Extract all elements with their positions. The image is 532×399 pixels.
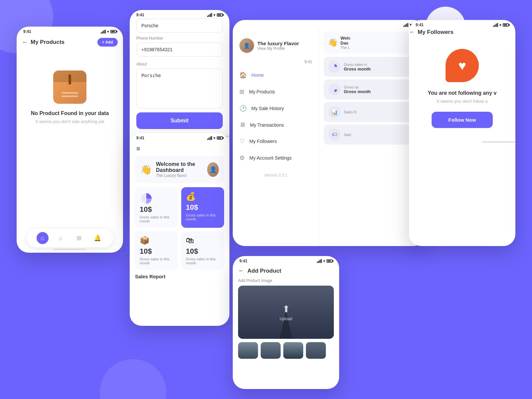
nav-bell[interactable]: 🔔 [91,232,103,244]
sidebar-welcome-card: 👋 WelcDas The L [324,32,421,54]
stat-label-1: Gross sales in this month [140,215,173,223]
followers-header: ← My Followers [409,29,515,36]
gross-label-2: Gross sa [344,85,371,89]
thumbnail-1[interactable] [238,342,258,359]
wifi-products: ▾ [107,30,109,34]
battery-dashboard [217,136,223,140]
thumbnail-row [233,339,339,362]
scroll-indicator-followers [482,141,515,143]
back-arrow-add-product[interactable]: ← [238,267,244,274]
status-icons-dashboard: ▾ [207,136,223,140]
transactions-icon: 🖥 [239,121,245,128]
sidebar-item-account-settings[interactable]: ⚙ My Account Settings [233,150,319,166]
welcome-title: Welcome to the Dashboard [156,161,207,173]
sidebar-version: Version 2.0.1 [233,166,319,184]
nav-home[interactable]: ⌂ [37,232,49,244]
followers-empty-state: ♥ You are not following any v It seems y… [409,36,515,141]
battery-add-product [327,259,332,263]
stats-grid: 10$ Gross sales in this month 💰 10$ Gros… [130,187,229,270]
sidebar-label-settings: My Account Settings [249,155,292,161]
heart-icon: ♥ [458,58,466,73]
stat-card-3: 📦 10$ Gross sales in this month [135,231,178,270]
thumbnail-2[interactable] [261,342,281,359]
sales-report-label: Sales R [344,110,357,114]
shopping-bag-icon: 🛍 [186,236,219,245]
home-icon: 🏠 [239,71,247,79]
sidebar-item-followers[interactable]: ♡ My Followers [233,133,319,150]
phone-dashboard: 9:41 ▾ ≡ 👋 Welcome to the Dashboard The … [130,133,229,326]
box-stripe [68,74,71,84]
stat-amount-2: 10$ [186,203,219,212]
sidebar-label-products: My Products [249,89,275,94]
add-product-button[interactable]: + Add [97,38,118,47]
settings-icon: ⚙ [239,154,245,162]
wifi-dashboard: ▾ [213,136,215,140]
sales-report-icon: 📊 [329,106,340,118]
stat-amount-4: 10$ [186,247,219,256]
wifi-form: ▾ [213,13,215,17]
image-upload-area[interactable]: ⬆ Upload [238,286,334,339]
sidebar-container: 👤 The luxury Flavor View My Profile 9:41… [233,28,426,246]
back-arrow-products[interactable]: ← [22,39,28,46]
sidebar-wave-emoji: 👋 [328,38,338,47]
add-product-image-label: Add Product Image [233,278,339,286]
products-header-left: ← My Products [22,39,65,46]
sidebar-welcome-text: WelcDas The L [340,36,350,50]
sale-info: Sale [344,133,351,137]
battery-products [110,30,116,33]
sidebar-item-transactions[interactable]: 🖥 My Transactions [233,117,319,133]
time-products: 9:41 [23,29,31,34]
status-bar-form: 9:41 ▾ [130,10,229,19]
bottom-nav-products: ⌂ ⌕ ⊞ 🔔 [27,229,113,247]
upload-icon: ⬆ [282,304,290,315]
thumbnail-4[interactable] [306,342,326,359]
upload-text: Upload [280,317,292,321]
follow-now-button[interactable]: Follow Now [432,112,492,128]
history-icon: 🕐 [239,105,247,112]
wifi-followers: ▾ [499,23,501,27]
hamburger-menu[interactable]: ≡ [130,142,229,156]
stat-label-2: Gross sales in this month [186,213,219,221]
status-bar-followers: 9:41 ▾ [409,20,515,29]
sidebar-item-products[interactable]: ⊞ My Products [233,83,319,100]
box-open-icon: 📦 [140,236,173,245]
wave-emoji: 👋 [140,164,152,175]
thumbnail-3[interactable] [283,342,303,359]
wifi-add-product: ▾ [323,259,325,263]
stat-amount-3: 10$ [140,247,173,256]
products-menu-icon: ⊞ [239,88,244,95]
battery-followers [503,23,509,27]
status-bar-dashboard: 9:41 ▾ [130,133,229,142]
signal-sidebar [403,23,408,27]
profile-name: The luxury Flavor [257,41,299,46]
submit-button[interactable]: Submit [136,112,223,129]
add-product-title: Add Product [247,268,281,274]
profile-info: The luxury Flavor View My Profile [257,41,299,51]
form-content: Phone Number About Porsche Submit [130,19,229,136]
about-textarea[interactable]: Porsche [136,68,223,108]
status-icons-form: ▾ [207,13,223,17]
sidebar-profile: 👤 The luxury Flavor View My Profile [233,35,319,60]
time-dashboard: 9:41 [136,136,144,140]
gross-title-1: Gross month [344,66,371,71]
gross-chart-icon-1 [329,61,340,73]
phone-sidebar: ▾ 👤 The luxury Flavor View My Profile 9:… [233,20,426,246]
nav-search[interactable]: ⌕ [55,232,67,244]
time-followers: 9:41 [416,23,424,27]
status-bar-sidebar: ▾ [233,20,426,28]
back-arrow-followers[interactable]: ← [409,29,415,36]
products-header: ← My Products + Add [17,35,123,51]
stat-amount-1: 10$ [140,205,173,214]
sidebar-item-home[interactable]: 🏠 Home [233,67,319,83]
status-icons-followers: ▾ [493,23,509,27]
sidebar-item-sale-history[interactable]: 🕐 My Sale History [233,100,319,117]
welcome-subtitle: The Luxury flavor [156,173,207,178]
phone-input[interactable] [136,43,223,57]
signal-add-product [317,259,322,263]
stat-card-4: 🛍 10$ Gross sales in this month [181,231,224,270]
car-input[interactable] [136,19,223,33]
time-form: 9:41 [136,13,144,17]
nav-grid[interactable]: ⊞ [73,232,85,244]
sidebar-label-home: Home [251,72,264,78]
sidebar-label-transactions: My Transactions [250,122,284,128]
